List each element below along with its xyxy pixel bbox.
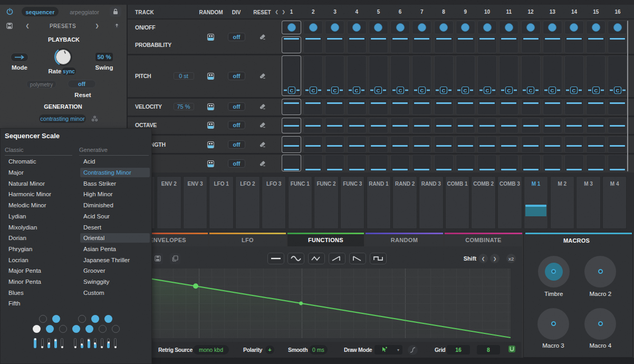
svg-text:C: C: [398, 87, 402, 93]
svg-text:C: C: [485, 87, 489, 93]
svg-text:C: C: [551, 87, 554, 93]
svg-text:C: C: [311, 87, 315, 93]
svg-text:C: C: [572, 87, 576, 93]
svg-text:C: C: [464, 87, 467, 93]
svg-text:C: C: [616, 87, 620, 93]
svg-text:C: C: [507, 87, 511, 93]
svg-text:C: C: [290, 87, 293, 93]
svg-text:C: C: [333, 87, 337, 93]
svg-text:C: C: [377, 87, 380, 93]
svg-text:C: C: [442, 87, 446, 93]
svg-text:C: C: [594, 87, 598, 93]
svg-text:C: C: [529, 87, 533, 93]
svg-text:C: C: [355, 87, 359, 93]
svg-text:C: C: [420, 87, 424, 93]
